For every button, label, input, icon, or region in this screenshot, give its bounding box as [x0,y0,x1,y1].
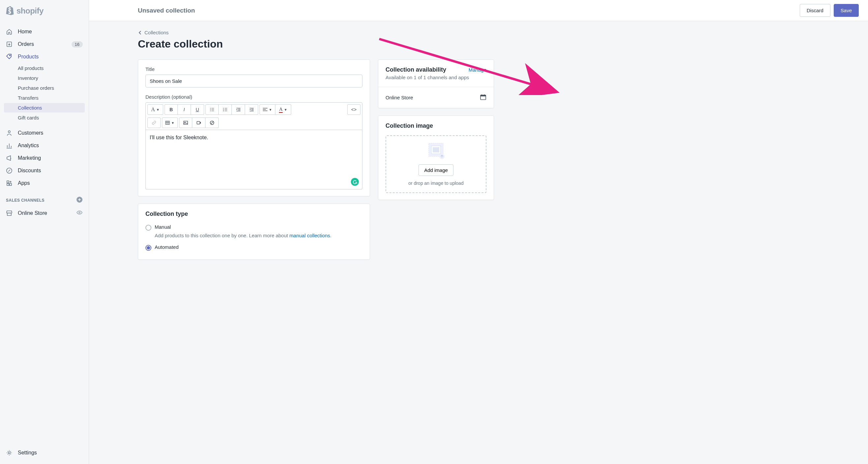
image-placeholder-icon [427,143,445,160]
chevron-left-icon [138,30,143,35]
description-editor[interactable]: I'll use this for Sleeknote. [146,130,363,190]
customers-icon [6,130,12,136]
nav-label: Customers [18,130,43,136]
apps-icon [6,180,12,186]
sidebar-item-marketing[interactable]: Marketing [4,152,85,164]
availability-heading: Collection availability [385,66,446,73]
outdent-button[interactable] [232,104,245,115]
description-text: I'll use this for Sleeknote. [150,135,208,140]
table-dropdown[interactable]: ▼ [162,117,178,128]
svg-rect-29 [250,111,254,111]
radio-manual-label: Manual [155,224,171,230]
svg-rect-22 [237,108,240,108]
sidebar-item-settings[interactable]: Settings [4,446,85,459]
calendar-icon[interactable] [480,94,487,101]
svg-point-10 [210,108,211,109]
sidebar-sub-transfers[interactable]: Transfers [4,93,85,103]
orders-badge: 16 [71,41,83,48]
svg-point-1 [9,55,10,56]
svg-rect-32 [263,111,268,111]
sales-channels-heading: SALES CHANNELS [6,198,44,203]
indent-button[interactable] [245,104,258,115]
gear-icon [6,450,12,456]
sidebar-item-products[interactable]: Products [4,51,85,63]
sidebar-sub-gift-cards[interactable]: Gift cards [4,113,85,122]
nav-label: Settings [18,450,37,456]
underline-button[interactable]: U [191,104,204,115]
image-dropzone[interactable]: Add image or drop an image to upload [385,135,487,193]
nav-label: Home [18,29,32,35]
discard-button[interactable]: Discard [800,4,830,17]
eye-icon[interactable] [76,209,83,217]
marketing-icon [6,155,12,162]
add-image-button[interactable]: Add image [418,164,454,176]
products-icon [6,54,12,60]
nav-label: Products [18,54,39,60]
sidebar-item-apps[interactable]: Apps [4,177,85,189]
grammarly-icon[interactable] [351,178,359,186]
collection-type-heading: Collection type [146,210,363,218]
title-label: Title [146,66,363,72]
discounts-icon [6,167,12,174]
svg-point-12 [210,111,211,111]
breadcrumb[interactable]: Collections [138,30,494,35]
svg-rect-23 [238,109,240,109]
orders-icon [6,41,12,48]
brand-text: shopify [17,6,43,16]
manage-link[interactable]: Manage [469,67,487,72]
svg-rect-15 [211,111,214,111]
title-input[interactable] [146,75,363,87]
sidebar-sub-collections[interactable]: Collections [4,103,85,113]
svg-rect-36 [197,121,200,124]
nav-label: Online Store [18,210,47,216]
radio-icon [146,245,151,251]
clear-format-button[interactable] [206,117,219,128]
nav-label: Orders [18,41,34,47]
svg-rect-42 [433,147,439,152]
svg-point-9 [8,452,10,454]
svg-rect-5 [9,183,11,185]
add-channel-button[interactable] [76,196,83,204]
logo[interactable]: shopify [0,0,89,26]
svg-rect-24 [238,110,240,110]
nav-label: Analytics [18,143,39,148]
sidebar-sub-inventory[interactable]: Inventory [4,73,85,83]
code-view-button[interactable]: <> [347,104,361,115]
save-button[interactable]: Save [834,4,859,17]
sidebar-item-discounts[interactable]: Discounts [4,165,85,177]
manual-description: Add products to this collection one by o… [155,233,363,238]
radio-icon [146,225,151,231]
bullet-list-button[interactable] [206,104,219,115]
bold-button[interactable]: B [164,104,178,115]
store-icon [6,210,12,216]
svg-point-8 [79,212,80,213]
radio-automated[interactable]: Automated [146,244,363,251]
sidebar-sub-all-products[interactable]: All products [4,63,85,73]
image-button[interactable] [179,117,192,128]
radio-manual[interactable]: Manual [146,224,363,231]
svg-rect-26 [250,108,254,108]
sidebar-item-home[interactable]: Home [4,26,85,38]
svg-text:3: 3 [223,110,224,112]
align-dropdown[interactable]: ▼ [259,104,275,115]
nav-label: Discounts [18,168,41,174]
number-list-button[interactable]: 123 [219,104,232,115]
manual-collections-link[interactable]: manual collections [289,233,330,238]
channel-name: Online Store [385,95,413,100]
page-title: Create collection [138,38,494,50]
color-dropdown[interactable]: A ▼ [275,104,291,115]
italic-button[interactable]: I [178,104,191,115]
svg-rect-34 [184,121,188,124]
link-button[interactable] [147,117,161,128]
sidebar-item-online-store[interactable]: Online Store [4,207,85,220]
nav-label: Apps [18,180,30,186]
sidebar-item-customers[interactable]: Customers [4,127,85,139]
svg-rect-19 [225,108,227,109]
sidebar-item-analytics[interactable]: Analytics [4,140,85,151]
sidebar-sub-purchase-orders[interactable]: Purchase orders [4,83,85,93]
topbar-title: Unsaved collection [138,7,195,14]
sidebar-item-orders[interactable]: Orders 16 [4,38,85,50]
format-dropdown[interactable]: A ▼ [147,104,163,115]
video-button[interactable] [192,117,206,128]
svg-rect-33 [165,121,169,124]
